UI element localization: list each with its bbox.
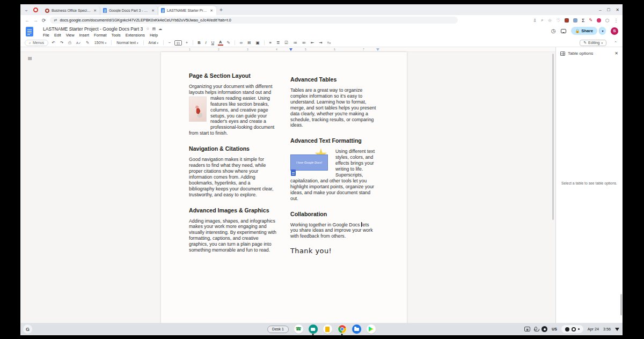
document-title[interactable]: LASTNAME Starter Project - Google Docs P… bbox=[43, 26, 143, 32]
insert-link-button[interactable]: ∞ bbox=[238, 40, 244, 45]
close-tab-icon[interactable]: ✕ bbox=[151, 9, 155, 13]
browser-menu-icon[interactable]: ⋮ bbox=[614, 18, 619, 23]
forward-button[interactable]: → bbox=[33, 18, 38, 23]
closing-text[interactable]: Thank you! bbox=[290, 248, 378, 254]
doc-heading[interactable]: Advanced Tables bbox=[290, 76, 378, 83]
bookmark-star-icon[interactable]: ☆ bbox=[548, 18, 552, 23]
align-button[interactable]: ≡ bbox=[268, 40, 273, 45]
editing-mode-button[interactable]: ✎ Editing ▾ bbox=[580, 40, 606, 46]
font-size-field[interactable]: 11 bbox=[174, 40, 182, 46]
launcher-button[interactable]: G bbox=[23, 325, 32, 334]
version-history-icon[interactable]: ◷ bbox=[551, 28, 556, 34]
menu-extensions[interactable]: Extensions bbox=[126, 33, 145, 38]
menu-tools[interactable]: Tools bbox=[111, 33, 120, 38]
menu-insert[interactable]: Insert bbox=[79, 33, 89, 38]
tab-docs-part3[interactable]: Google Docs Part 3 - Creative ✕ bbox=[100, 6, 158, 15]
user-avatar[interactable]: S bbox=[611, 27, 618, 35]
comment-history-icon[interactable] bbox=[561, 29, 566, 33]
panel-scrollbar[interactable] bbox=[620, 294, 622, 315]
menu-format[interactable]: Format bbox=[94, 33, 106, 38]
search-icon[interactable]: ⌕ bbox=[541, 17, 544, 23]
microphone-icon[interactable] bbox=[535, 327, 537, 330]
google-docs-logo[interactable] bbox=[26, 27, 33, 36]
line-spacing-button[interactable]: ≣ bbox=[275, 40, 281, 45]
document-page[interactable]: Page & Section Layout Organizing your do… bbox=[161, 52, 407, 323]
play-store-app-icon[interactable] bbox=[367, 325, 376, 334]
tab-search-icon[interactable]: ⌄ bbox=[23, 7, 30, 12]
doc-paragraph[interactable]: Adding images, shapes, and infographics … bbox=[189, 218, 277, 253]
add-comment-button[interactable]: ⊞ bbox=[246, 40, 252, 45]
doc-heading[interactable]: Advanced Text Formatting bbox=[290, 137, 378, 144]
increase-indent-button[interactable]: ⇥ bbox=[318, 40, 324, 45]
back-button[interactable]: ← bbox=[25, 18, 30, 23]
reload-button[interactable]: ⟳ bbox=[42, 18, 46, 23]
meet-app-icon[interactable] bbox=[309, 325, 318, 334]
share-button[interactable]: 🔒 Share bbox=[571, 27, 597, 35]
move-folder-icon[interactable]: ▤ bbox=[152, 27, 156, 31]
doc-heading[interactable]: Advanced Images & Graphics bbox=[189, 207, 277, 213]
doc-heading[interactable]: Collaboration bbox=[290, 211, 378, 217]
address-bar[interactable]: ⇄ docs.google.com/document/d/1GKgxkcI47V… bbox=[50, 17, 458, 24]
insert-image-button[interactable]: ▣ bbox=[254, 40, 261, 45]
extensions-puzzle-icon[interactable]: ⬡ bbox=[605, 18, 609, 23]
paragraph-text[interactable]: Working together in Google Docs bbox=[290, 222, 361, 227]
time-label[interactable]: 3:56 bbox=[603, 327, 611, 331]
extension-pen-icon[interactable]: ✎ bbox=[589, 18, 592, 23]
site-settings-icon[interactable]: ⇄ bbox=[54, 18, 57, 23]
paint-format-button[interactable]: ✎ bbox=[85, 40, 91, 45]
ruler[interactable]: 1 2 3 4 5 6 7 bbox=[20, 47, 555, 52]
doc-paragraph[interactable]: I love Google Docs! Using different text… bbox=[290, 149, 378, 201]
menu-help[interactable]: Help bbox=[150, 33, 158, 38]
zoom-select[interactable]: 150% ▾ bbox=[93, 41, 108, 45]
bold-button[interactable]: B bbox=[196, 40, 202, 45]
decrease-font-button[interactable]: − bbox=[167, 40, 172, 45]
extension-sigma-icon[interactable]: Σ bbox=[582, 18, 584, 23]
extension-pink-icon[interactable] bbox=[597, 18, 601, 23]
doc-paragraph[interactable]: Working together in Google Docs lets you… bbox=[290, 222, 378, 240]
inline-photo-image[interactable] bbox=[189, 97, 207, 122]
highlight-button[interactable]: ✎ bbox=[225, 40, 231, 45]
star-document-icon[interactable]: ☆ bbox=[146, 27, 149, 31]
wifi-icon[interactable] bbox=[615, 328, 619, 331]
install-app-icon[interactable]: ⇩ bbox=[533, 18, 537, 23]
underline-button[interactable]: U bbox=[210, 40, 215, 45]
extension-red-icon[interactable] bbox=[565, 18, 569, 23]
i-love-google-docs-image[interactable]: I love Google Docs! bbox=[290, 150, 332, 176]
doc-heading[interactable]: Page & Section Layout bbox=[189, 72, 277, 79]
restore-button[interactable]: ▢ bbox=[607, 8, 611, 12]
camera-indicator-icon[interactable] bbox=[541, 326, 547, 332]
chrome-app-icon[interactable] bbox=[338, 325, 347, 334]
font-select[interactable]: Arial ▾ bbox=[147, 41, 160, 45]
spellcheck-button[interactable]: A✓ bbox=[75, 41, 83, 45]
italic-button[interactable]: I bbox=[204, 40, 208, 45]
doc-heading[interactable]: Navigation & Citations bbox=[189, 145, 277, 152]
keyboard-layout-badge[interactable]: US bbox=[552, 327, 557, 331]
tab-business-office[interactable]: Business Office Specialist Q3 ✕ bbox=[42, 6, 100, 15]
doc-paragraph[interactable]: Organizing your document with different … bbox=[189, 84, 277, 136]
menu-file[interactable]: File bbox=[43, 33, 49, 38]
close-window-button[interactable]: ✕ bbox=[616, 8, 619, 12]
close-tab-icon[interactable]: ✕ bbox=[209, 9, 214, 13]
files-app-icon[interactable] bbox=[352, 325, 361, 334]
new-tab-button[interactable]: + bbox=[219, 7, 223, 13]
menus-search-button[interactable]: ⌕ Menus bbox=[25, 40, 48, 46]
close-panel-icon[interactable]: ✕ bbox=[614, 51, 618, 56]
menu-edit[interactable]: Edit bbox=[54, 33, 61, 38]
desk-button[interactable]: Desk 1 bbox=[267, 326, 289, 333]
close-tab-icon[interactable]: ✕ bbox=[93, 9, 97, 13]
docs-app-icon[interactable] bbox=[323, 325, 332, 334]
phone-app-icon[interactable]: ☎ bbox=[294, 325, 303, 334]
share-dropdown-button[interactable]: ▾ bbox=[599, 27, 606, 35]
bulleted-list-button[interactable]: ≔ bbox=[291, 40, 298, 45]
extension-blue-icon[interactable] bbox=[573, 18, 577, 23]
show-outline-icon[interactable]: ▤ bbox=[28, 56, 32, 61]
paragraph-style-select[interactable]: Normal text ▾ bbox=[115, 41, 140, 45]
menu-view[interactable]: View bbox=[66, 33, 75, 38]
pinned-tab-favicon[interactable] bbox=[33, 8, 38, 12]
document-scrollbar[interactable] bbox=[552, 54, 554, 220]
redo-button[interactable]: ↷ bbox=[58, 40, 64, 45]
minimize-button[interactable]: – bbox=[599, 8, 601, 12]
undo-button[interactable]: ↶ bbox=[50, 40, 56, 45]
extension-heart-icon[interactable]: ♡ bbox=[556, 18, 560, 23]
doc-paragraph[interactable]: Tables are a great way to organize compl… bbox=[290, 87, 378, 128]
